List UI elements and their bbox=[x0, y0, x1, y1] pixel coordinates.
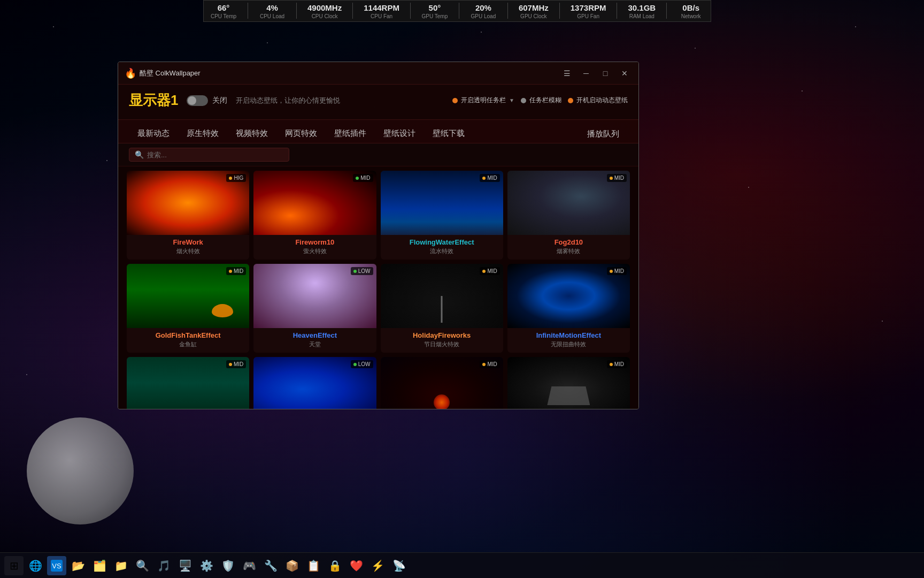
wallpaper-item-holiday[interactable]: MID HolidayFireworks 节日烟火特效 bbox=[381, 264, 503, 353]
hw-separator-9 bbox=[666, 3, 667, 19]
minimize-button[interactable]: ─ bbox=[579, 66, 594, 81]
hw-monitor-bar: 66° CPU Temp 4% CPU Load 4900MHz CPU Clo… bbox=[203, 0, 711, 22]
search-icon: 🔍 bbox=[135, 150, 144, 159]
maximize-button[interactable]: □ bbox=[598, 66, 613, 81]
ram-load-display: 30.1GB RAM Load bbox=[628, 3, 656, 19]
display-title: 显示器1 bbox=[129, 91, 178, 110]
eiffel-decoration bbox=[441, 296, 443, 323]
wallpaper-item-justshow[interactable]: MID JustShowEffect 雪特效v2 bbox=[381, 357, 503, 409]
taskbar-heart[interactable]: ❤️ bbox=[346, 556, 366, 575]
taskbar-media[interactable]: 🎵 bbox=[154, 556, 173, 575]
cpu-fan-display: 1144RPM CPU Fan bbox=[364, 3, 399, 19]
app-header: 显示器1 关闭 开启动态壁纸，让你的心情更愉悦 开启透明任务栏 ▼ 任务栏模糊 bbox=[118, 85, 638, 120]
gpu-load-label: GPU Load bbox=[471, 13, 496, 19]
ram-load-value: 30.1GB bbox=[628, 3, 656, 13]
tab-web[interactable]: 网页特效 bbox=[276, 125, 326, 143]
taskbar-settings[interactable]: ⚙️ bbox=[197, 556, 216, 575]
hw-separator-8 bbox=[617, 3, 617, 19]
taskbar-vscode[interactable]: VS bbox=[47, 556, 66, 575]
badge-water: MID bbox=[480, 174, 499, 182]
header-options: 开启透明任务栏 ▼ 任务栏模糊 开机启动动态壁纸 bbox=[452, 96, 628, 105]
wallpaper-subname-infinite: 无限扭曲特效 bbox=[512, 340, 626, 348]
autostart-option[interactable]: 开机启动动态壁纸 bbox=[568, 96, 628, 105]
wallpaper-thumb-laser: MID bbox=[507, 357, 630, 409]
close-button[interactable]: ✕ bbox=[617, 66, 632, 81]
taskbar-apps1[interactable]: 🗂️ bbox=[90, 556, 109, 575]
wallpaper-item-firework[interactable]: HIG FireWork 烟火特效 bbox=[127, 171, 249, 260]
wallpaper-item-infinite[interactable]: MID InfiniteMotionEffect 无限扭曲特效 bbox=[507, 264, 630, 353]
taskbar-monitor[interactable]: 🖥️ bbox=[175, 556, 195, 575]
hw-separator-3 bbox=[352, 3, 353, 19]
option1-dot bbox=[452, 98, 458, 103]
network-display: 0B/s Network bbox=[677, 3, 704, 19]
taskbar-lock[interactable]: 🔒 bbox=[325, 556, 344, 575]
cpu-load-label: CPU Load bbox=[260, 13, 284, 19]
wallpaper-item-water[interactable]: MID FlowingWaterEffect 流水特效 bbox=[381, 171, 503, 260]
badge-label-water: MID bbox=[487, 175, 497, 181]
blur-taskbar-option[interactable]: 任务栏模糊 bbox=[521, 96, 561, 105]
wallpaper-toggle[interactable] bbox=[187, 95, 208, 106]
taskbar-tool[interactable]: 🔧 bbox=[261, 556, 280, 575]
badge-goldfish: MID bbox=[226, 267, 246, 275]
taskbar: ⊞ 🌐 VS 📂 🗂️ 📁 🔍 🎵 🖥️ ⚙️ 🛡️ 🎮 🔧 📦 📋 🔒 ❤️ … bbox=[0, 552, 924, 578]
option1-label: 开启透明任务栏 bbox=[461, 96, 506, 105]
taskbar-game[interactable]: 🎮 bbox=[240, 556, 259, 575]
badge-dot-turbulence bbox=[353, 363, 357, 366]
tab-plugin[interactable]: 壁纸插件 bbox=[326, 125, 375, 143]
transparent-taskbar-option[interactable]: 开启透明任务栏 ▼ bbox=[452, 96, 514, 105]
badge-laser: MID bbox=[607, 360, 627, 368]
badge-label-goldfish: MID bbox=[234, 268, 243, 274]
taskbar-files[interactable]: 📂 bbox=[68, 556, 88, 575]
wallpaper-thumb-turbulence: LOW bbox=[253, 357, 376, 409]
taskbar-search[interactable]: 🔍 bbox=[133, 556, 152, 575]
taskbar-notes[interactable]: 📋 bbox=[304, 556, 323, 575]
tab-download[interactable]: 壁纸下载 bbox=[424, 125, 473, 143]
taskbar-security[interactable]: 🛡️ bbox=[218, 556, 237, 575]
wallpaper-item-fireworm[interactable]: MID Fireworm10 萤火特效 bbox=[253, 171, 376, 260]
wallpaper-item-street[interactable]: MID InfiniteStreetEffect 无限街道特效 bbox=[127, 357, 249, 409]
wallpaper-item-goldfish[interactable]: MID GoldFishTankEffect 金鱼缸 bbox=[127, 264, 249, 353]
option3-label: 开机启动动态壁纸 bbox=[576, 96, 628, 105]
cpu-temp-display: 66° CPU Temp bbox=[210, 3, 237, 19]
badge-dot-laser bbox=[610, 363, 613, 366]
queue-button[interactable]: 播放队列 bbox=[579, 126, 628, 142]
cpu-temp-label: CPU Temp bbox=[211, 13, 236, 19]
vscode-icon: VS bbox=[51, 560, 63, 572]
taskbar-browser[interactable]: 🌐 bbox=[26, 556, 45, 575]
badge-street: MID bbox=[226, 360, 246, 368]
wallpaper-item-heaven[interactable]: LOW HeavenEffect 天堂 bbox=[253, 264, 376, 353]
search-input[interactable] bbox=[147, 151, 283, 159]
content-area[interactable]: HIG FireWork 烟火特效 MID Fireworm10 bbox=[118, 166, 638, 409]
wallpaper-item-fog[interactable]: MID Fog2d10 烟雾特效 bbox=[507, 171, 630, 260]
gpu-clock-value: 607MHz bbox=[519, 3, 549, 13]
wallpaper-info-holiday: HolidayFireworks 节日烟火特效 bbox=[381, 328, 503, 353]
wallpaper-thumb-infinite: MID bbox=[507, 264, 630, 328]
cpu-fan-label: CPU Fan bbox=[371, 13, 392, 19]
badge-holiday: MID bbox=[480, 267, 499, 275]
badge-dot-justshow bbox=[482, 363, 486, 366]
taskbar-apps2[interactable]: 📁 bbox=[111, 556, 130, 575]
tab-video[interactable]: 视频特效 bbox=[227, 125, 276, 143]
hw-separator-7 bbox=[559, 3, 560, 19]
app-window: 🔥 酷壁 ColkWallpaper ☰ ─ □ ✕ 显示器1 关闭 开启动态壁… bbox=[118, 62, 639, 409]
start-button[interactable]: ⊞ bbox=[4, 556, 24, 575]
wallpaper-thumb-firework: HIG bbox=[127, 171, 249, 235]
badge-dot-firework bbox=[229, 177, 232, 180]
taskbar-power[interactable]: ⚡ bbox=[368, 556, 387, 575]
tab-latest[interactable]: 最新动态 bbox=[129, 125, 178, 143]
wallpaper-grid: HIG FireWork 烟火特效 MID Fireworm10 bbox=[127, 171, 630, 409]
tab-design[interactable]: 壁纸设计 bbox=[375, 125, 424, 143]
header-description: 开启动态壁纸，让你的心情更愉悦 bbox=[236, 96, 340, 105]
wallpaper-item-turbulence[interactable]: LOW InfiniteTurbulenceEffect 气流特效(类似海市蜃楼… bbox=[253, 357, 376, 409]
gpu-fan-display: 1373RPM GPU Fan bbox=[571, 3, 606, 19]
taskbar-network[interactable]: 📡 bbox=[389, 556, 409, 575]
menu-button[interactable]: ☰ bbox=[559, 66, 574, 81]
tab-native[interactable]: 原生特效 bbox=[178, 125, 227, 143]
toggle-label: 关闭 bbox=[212, 96, 227, 105]
app-title: 酷壁 ColkWallpaper bbox=[140, 69, 201, 78]
wallpaper-thumb-goldfish: MID bbox=[127, 264, 249, 328]
badge-label-fog: MID bbox=[614, 175, 624, 181]
taskbar-package[interactable]: 📦 bbox=[282, 556, 302, 575]
wallpaper-item-laser[interactable]: MID LaserTunnelEffect 星际穿越 bbox=[507, 357, 630, 409]
toggle-container: 关闭 bbox=[187, 95, 227, 106]
